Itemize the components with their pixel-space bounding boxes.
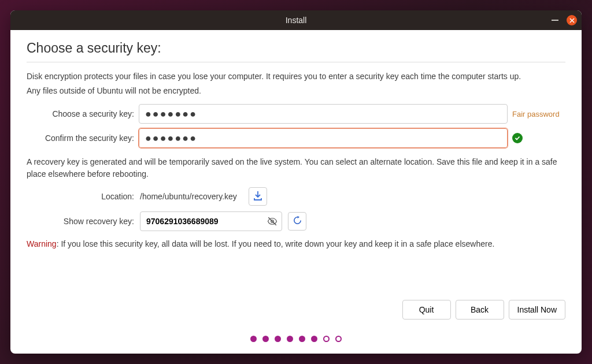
button-row: Quit Back Install Now	[27, 300, 565, 320]
pager-dot	[287, 336, 293, 342]
page-title: Choose a security key:	[27, 40, 565, 56]
password-strength-hint: Fair password	[512, 110, 565, 118]
save-location-button[interactable]	[249, 187, 267, 206]
pager-dot	[323, 336, 330, 342]
pager-dot	[262, 336, 269, 342]
separator	[27, 62, 565, 62]
warning-body: : If you lose this security key, all dat…	[57, 239, 495, 248]
confirm-key-row: Confirm the security key: ●●●●●●●	[27, 128, 565, 148]
progress-pager	[27, 336, 565, 342]
warning-text: Warning: If you lose this security key, …	[27, 238, 565, 250]
back-button[interactable]: Back	[456, 300, 504, 320]
location-row: Location: /home/ubuntu/recovery.key	[27, 187, 565, 206]
close-icon[interactable]	[567, 15, 577, 25]
eye-off-icon[interactable]	[266, 215, 279, 228]
warning-word: Warning	[27, 239, 57, 248]
recovery-key-wrap	[140, 211, 282, 231]
show-key-row: Show recovery key:	[27, 211, 565, 231]
confirm-key-input[interactable]: ●●●●●●●	[139, 128, 508, 148]
show-key-label: Show recovery key:	[27, 217, 134, 226]
choose-key-input[interactable]: ●●●●●●●	[139, 104, 508, 124]
pager-dot	[299, 336, 305, 342]
pager-dot	[311, 336, 317, 342]
location-path: /home/ubuntu/recovery.key	[140, 192, 237, 201]
refresh-icon	[293, 216, 302, 227]
titlebar: Install	[10, 10, 582, 30]
recovery-key-field[interactable]	[140, 211, 282, 231]
installer-window: Install Choose a security key: Disk encr…	[10, 10, 582, 354]
quit-button[interactable]: Quit	[402, 300, 451, 320]
pager-dot	[335, 336, 342, 342]
choose-key-label: Choose a security key:	[27, 109, 134, 118]
confirm-key-label: Confirm the security key:	[27, 133, 134, 143]
pager-dot	[250, 336, 257, 342]
location-label: Location:	[27, 192, 134, 201]
minimize-icon[interactable]	[552, 20, 558, 21]
regenerate-key-button[interactable]	[288, 212, 306, 231]
check-icon	[512, 133, 523, 143]
content-area: Choose a security key: Disk encryption p…	[10, 30, 582, 354]
pager-dot	[275, 336, 281, 342]
recovery-note: A recovery key is generated and will be …	[27, 156, 565, 180]
save-icon	[253, 191, 262, 203]
description-line-2: Any files outside of Ubuntu will not be …	[27, 85, 565, 97]
description-line-1: Disk encryption protects your files in c…	[27, 70, 565, 83]
install-now-button[interactable]: Install Now	[509, 300, 565, 320]
window-controls	[552, 15, 577, 25]
choose-key-row: Choose a security key: ●●●●●●● Fair pass…	[27, 104, 565, 124]
window-title: Install	[286, 16, 307, 25]
